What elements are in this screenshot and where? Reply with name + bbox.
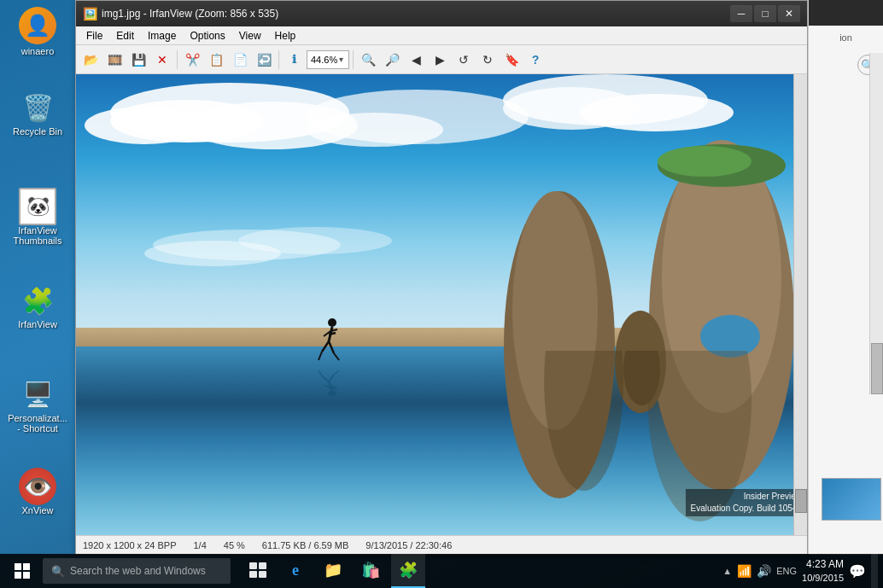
menu-view[interactable]: View [232, 28, 268, 44]
svg-point-16 [658, 146, 751, 177]
svg-line-34 [319, 370, 322, 376]
taskbar-file-explorer[interactable]: 📁 [316, 554, 350, 588]
status-fraction: 1/4 [193, 540, 206, 550]
desktop-icon-winaero[interactable]: 👤 winaero [7, 7, 68, 56]
toolbar-open-btn[interactable]: 📂 [79, 49, 102, 71]
svg-point-20 [328, 318, 336, 327]
svg-line-35 [334, 370, 339, 375]
menu-options[interactable]: Options [183, 28, 231, 44]
toolbar: 📂 🎞️ 💾 ✕ ✂️ 📋 📄 ↩️ ℹ 44.6 % ▾ 🔍 🔎 ◀ ▶ ↺ … [76, 45, 807, 74]
menu-file[interactable]: File [79, 28, 109, 44]
irfanview-icon: 🧩 [19, 282, 56, 319]
desktop-icon-recycle-bin[interactable]: 🗑️ Recycle Bin [7, 89, 68, 137]
svg-point-39 [544, 351, 623, 491]
search-placeholder: Search the web and Windows [70, 565, 206, 577]
xnview-icon: 👁️ [19, 468, 56, 505]
svg-line-33 [329, 375, 334, 381]
toolbar-info-btn[interactable]: ℹ [283, 49, 305, 71]
toolbar-next-btn[interactable]: ▶ [429, 49, 451, 71]
toolbar-prev-btn[interactable]: ◀ [405, 49, 427, 71]
svg-rect-44 [23, 572, 30, 579]
desktop-icon-irfanview[interactable]: 🧩 IrfanView [7, 282, 68, 329]
svg-line-31 [329, 386, 336, 387]
start-button[interactable] [5, 554, 39, 588]
svg-point-29 [328, 390, 336, 395]
clock-date: 10/9/2015 [802, 572, 844, 584]
svg-point-38 [648, 351, 751, 521]
taskbar-irfanview[interactable]: 🧩 [391, 554, 425, 588]
menu-help[interactable]: Help [268, 28, 303, 44]
action-center-btn[interactable]: 💬 [849, 563, 866, 579]
desktop-icon-personalization[interactable]: 🖥️ Personalizat...- Shortcut [7, 376, 68, 434]
svg-line-23 [322, 341, 329, 352]
toolbar-delete-btn[interactable]: ✕ [151, 49, 173, 71]
toolbar-help-btn[interactable]: ? [524, 49, 547, 71]
toolbar-rotate-left-btn[interactable]: ↺ [453, 49, 475, 71]
personalization-label: Personalizat...- Shortcut [8, 413, 67, 434]
runner-reflection [317, 366, 342, 396]
clock-time: 4:23 AM [802, 558, 844, 572]
window-controls: ─ □ ✕ [730, 5, 800, 22]
right-panel-text: ion [836, 31, 856, 44]
status-dimensions: 1920 x 1200 x 24 BPP [83, 540, 176, 550]
minimize-button[interactable]: ─ [730, 5, 752, 22]
status-zoom: 45 % [224, 540, 245, 550]
right-panel-scrollbar-thumb[interactable] [871, 343, 883, 394]
close-button[interactable]: ✕ [778, 5, 800, 22]
toolbar-save-btn[interactable]: 💾 [127, 49, 149, 71]
runner-silhouette [317, 317, 342, 364]
desktop-icon-xnview[interactable]: 👁️ XnView [7, 468, 68, 515]
xnview-label: XnView [21, 505, 53, 515]
svg-rect-48 [259, 571, 266, 578]
toolbar-filmstrip-btn[interactable]: 🎞️ [103, 49, 126, 71]
irfanview-thumbnails-label: IrfanViewThumbnails [14, 225, 62, 246]
show-hidden-icons-btn[interactable]: ▲ [722, 566, 732, 576]
volume-icon[interactable]: 🔊 [757, 564, 771, 578]
clock[interactable]: 4:23 AM 10/9/2015 [802, 558, 844, 584]
status-bar: 1920 x 1200 x 24 BPP 1/4 45 % 611.75 KB … [76, 535, 807, 554]
svg-rect-46 [259, 562, 266, 569]
toolbar-bookmark-btn[interactable]: 🔖 [500, 49, 523, 71]
zoom-dropdown-arrow[interactable]: ▾ [339, 55, 343, 64]
taskbar-task-view[interactable] [241, 554, 275, 588]
svg-line-32 [322, 376, 329, 381]
svg-line-24 [329, 341, 334, 353]
toolbar-copy-btn[interactable]: 📋 [205, 49, 227, 71]
svg-rect-43 [15, 572, 21, 579]
scrollbar-thumb[interactable] [795, 489, 807, 513]
maximize-button[interactable]: □ [754, 5, 776, 22]
vertical-scrollbar[interactable] [793, 74, 807, 535]
toolbar-zoom-out-btn[interactable]: 🔎 [381, 49, 403, 71]
desktop-icon-irfanview-thumbnails[interactable]: 🐼 IrfanViewThumbnails [7, 188, 68, 246]
menu-image[interactable]: Image [141, 28, 183, 44]
window-title: img1.jpg - IrfanView (Zoom: 856 x 535) [102, 8, 730, 20]
toolbar-undo-btn[interactable]: ↩️ [253, 49, 275, 71]
image-area[interactable]: Insider Preview Evaluation Copy. Build 1… [76, 74, 807, 535]
toolbar-zoom-in-btn[interactable]: 🔍 [357, 49, 379, 71]
svg-line-37 [330, 387, 337, 388]
taskbar-edge[interactable]: e [278, 554, 313, 588]
toolbar-separator-2 [278, 50, 279, 69]
show-desktop-btn[interactable] [871, 554, 878, 588]
right-panel-titlebar [809, 0, 883, 26]
toolbar-rotate-right-btn[interactable]: ↻ [477, 49, 499, 71]
right-panel-scrollbar[interactable] [869, 53, 883, 394]
title-bar: 🖼️ img1.jpg - IrfanView (Zoom: 856 x 535… [76, 1, 807, 26]
menu-edit[interactable]: Edit [109, 28, 141, 44]
search-box[interactable]: 🔍 Search the web and Windows [43, 558, 231, 584]
taskbar-store[interactable]: 🛍️ [354, 554, 388, 588]
svg-rect-47 [249, 571, 257, 578]
toolbar-cut-btn[interactable]: ✂️ [181, 49, 203, 71]
toolbar-separator-1 [177, 50, 178, 69]
winaero-avatar: 👤 [19, 7, 56, 44]
ime-indicator[interactable]: ENG [776, 566, 797, 576]
network-icon[interactable]: 📶 [737, 564, 751, 578]
svg-rect-42 [23, 563, 30, 570]
toolbar-paste-btn[interactable]: 📄 [229, 49, 251, 71]
right-panel: ion 🔍 [808, 0, 883, 555]
status-filesize: 611.75 KB / 6.59 MB [262, 540, 349, 550]
right-panel-thumbnail [822, 478, 881, 521]
window-icon: 🖼️ [83, 7, 96, 20]
winaero-label: winaero [21, 46, 55, 56]
recycle-bin-label: Recycle Bin [13, 126, 62, 137]
